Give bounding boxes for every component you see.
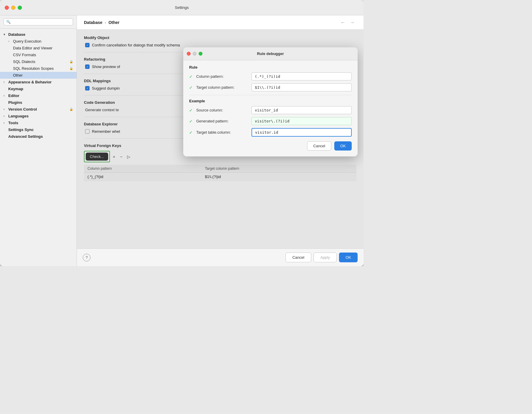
sidebar-label-csv-formats: CSV Formats	[13, 53, 36, 57]
sidebar-label-languages: Languages	[8, 114, 29, 118]
sidebar-item-query-execution[interactable]: › Query Execution	[0, 38, 77, 45]
modal-bottom: Cancel OK	[189, 141, 352, 151]
check-icon: ✓	[189, 85, 193, 90]
sidebar-item-settings-sync[interactable]: Settings Sync	[0, 126, 77, 133]
modal-maximize-button[interactable]	[199, 52, 202, 56]
close-button[interactable]	[5, 6, 9, 10]
search-input-wrapper[interactable]: 🔍	[4, 18, 73, 25]
chevron-icon: ›	[4, 94, 7, 97]
sidebar-label-database: Database	[8, 32, 25, 37]
sidebar-label-sql-dialects: SQL Dialects	[13, 59, 35, 64]
help-button[interactable]: ?	[83, 254, 90, 261]
chevron-icon: ›	[4, 114, 7, 118]
content-area: Modify Object Confirm cancellation for d…	[77, 30, 364, 248]
sidebar-item-tools[interactable]: › Tools	[0, 119, 77, 126]
generated-pattern-input[interactable]	[252, 117, 352, 125]
window-title: Settings	[175, 5, 189, 10]
sidebar-label-settings-sync: Settings Sync	[8, 127, 34, 132]
sidebar-label-appearance: Appearance & Behavior	[8, 80, 52, 84]
sidebar-item-sql-dialects[interactable]: SQL Dialects 🔒	[0, 58, 77, 65]
target-column-pattern-row: ✓ Target column pattern:	[189, 83, 352, 91]
check-icon: ✓	[189, 130, 193, 135]
sidebar-label-plugins: Plugins	[8, 100, 22, 105]
sidebar-item-sql-resolution[interactable]: SQL Resolution Scopes 🔒	[0, 65, 77, 72]
modal-traffic-lights	[187, 52, 202, 56]
example-section-label: Example	[189, 99, 352, 103]
sidebar-label-editor: Editor	[8, 93, 20, 98]
modal-divider	[189, 95, 352, 95]
chevron-icon: ›	[4, 121, 7, 124]
maximize-button[interactable]	[18, 6, 22, 10]
sidebar-label-version-control: Version Control	[8, 107, 37, 111]
main-content: 🔍 ▾ Database › Query Execution	[0, 15, 364, 266]
sidebar-label-keymap: Keymap	[8, 87, 23, 91]
sidebar-label-data-editor: Data Editor and Viewer	[13, 46, 52, 50]
bottom-actions: Cancel Apply OK	[286, 253, 358, 262]
breadcrumb-parent: Database	[84, 20, 102, 25]
nav-back-button[interactable]: ←	[339, 19, 347, 26]
sidebar-item-version-control[interactable]: › Version Control 🔒	[0, 106, 77, 113]
minimize-button[interactable]	[11, 6, 15, 10]
source-column-label: Source column:	[196, 108, 248, 112]
lock-icon: 🔒	[69, 67, 73, 70]
apply-button[interactable]: Apply	[314, 253, 337, 262]
generated-pattern-label: Generated pattern:	[196, 119, 248, 123]
modal-minimize-button[interactable]	[193, 52, 197, 56]
main-panel: Database › Other ← → Modify Object Confi…	[77, 15, 364, 266]
source-column-input[interactable]	[252, 106, 352, 114]
chevron-icon: ▾	[4, 33, 7, 36]
chevron-icon: ›	[4, 108, 7, 111]
rule-section-label: Rule	[189, 65, 352, 69]
sidebar-item-languages[interactable]: › Languages	[0, 113, 77, 119]
sidebar-item-database[interactable]: ▾ Database	[0, 31, 77, 38]
sidebar-item-editor[interactable]: › Editor	[0, 92, 77, 99]
settings-window: Settings 🔍 ▾ Database › Query Execu	[0, 0, 364, 266]
titlebar: Settings	[0, 0, 364, 15]
column-pattern-input[interactable]	[252, 72, 352, 80]
sidebar-label-tools: Tools	[8, 121, 18, 125]
modal-titlebar: Rule debugger	[183, 47, 358, 60]
sidebar-label-sql-resolution: SQL Resolution Scopes	[13, 66, 54, 71]
bottom-bar: ? Cancel Apply OK	[77, 248, 364, 266]
breadcrumb-current: Other	[108, 20, 119, 25]
column-pattern-row: ✓ Column pattern:	[189, 72, 352, 80]
sidebar-item-keymap[interactable]: Keymap	[0, 85, 77, 92]
modal-ok-button[interactable]: OK	[334, 141, 352, 151]
breadcrumb-separator: ›	[105, 20, 106, 25]
traffic-lights	[5, 6, 22, 10]
target-table-row: ✓ Target table.column:	[189, 128, 352, 137]
nav-forward-button[interactable]: →	[348, 19, 356, 26]
search-icon: 🔍	[6, 20, 11, 24]
column-pattern-label: Column pattern:	[196, 74, 248, 79]
modal-cancel-button[interactable]: Cancel	[307, 141, 331, 151]
nav-arrows: ← →	[339, 19, 356, 26]
chevron-icon: ›	[8, 40, 12, 43]
check-icon: ✓	[189, 108, 193, 113]
breadcrumb: Database › Other	[84, 20, 119, 25]
sidebar-item-data-editor[interactable]: Data Editor and Viewer	[0, 45, 77, 51]
check-icon: ✓	[189, 119, 193, 124]
source-column-row: ✓ Source column:	[189, 106, 352, 114]
modal-body: Rule ✓ Column pattern: ✓ Target column p…	[183, 60, 358, 156]
sidebar-item-plugins[interactable]: Plugins	[0, 99, 77, 106]
sidebar-item-advanced[interactable]: Advanced Settings	[0, 133, 77, 140]
cancel-button[interactable]: Cancel	[286, 253, 311, 262]
modal-overlay: Rule debugger Rule ✓ Column pattern:	[77, 30, 364, 248]
target-table-input[interactable]	[252, 128, 352, 137]
target-column-label: Target column pattern:	[196, 85, 248, 90]
rule-debugger-modal: Rule debugger Rule ✓ Column pattern:	[183, 47, 358, 156]
sidebar-item-csv-formats[interactable]: CSV Formats	[0, 51, 77, 58]
ok-button[interactable]: OK	[339, 253, 358, 262]
lock-icon: 🔒	[69, 60, 73, 63]
target-table-label: Target table.column:	[196, 130, 248, 135]
target-column-input[interactable]	[252, 83, 352, 91]
lock-icon: 🔒	[69, 108, 73, 111]
generated-pattern-row: ✓ Generated pattern:	[189, 117, 352, 125]
search-input[interactable]	[12, 20, 70, 24]
modal-close-button[interactable]	[187, 52, 191, 56]
sidebar-label-other: Other	[13, 73, 23, 77]
search-bar: 🔍	[0, 15, 77, 29]
sidebar: 🔍 ▾ Database › Query Execution	[0, 15, 77, 266]
sidebar-item-other[interactable]: Other	[0, 72, 77, 79]
sidebar-item-appearance[interactable]: › Appearance & Behavior	[0, 79, 77, 85]
